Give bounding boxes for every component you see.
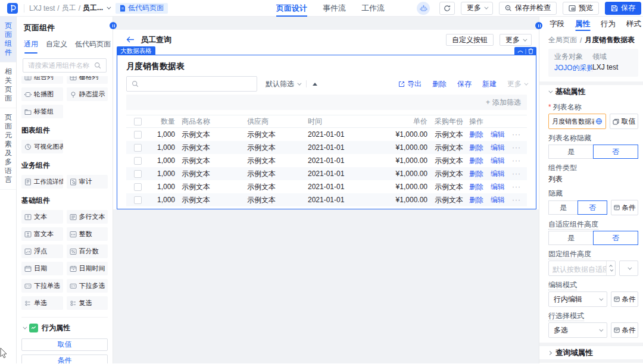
- edit-mode-select[interactable]: 行内编辑: [548, 291, 607, 307]
- section-query-properties[interactable]: 查询域属性: [539, 346, 643, 359]
- delete-component-icon[interactable]: [528, 48, 533, 54]
- tab-behavior[interactable]: 行为: [601, 17, 616, 31]
- component-item[interactable]: 百分数: [67, 244, 108, 258]
- component-item[interactable]: 下拉单选: [21, 279, 63, 293]
- app-logo-icon[interactable]: [7, 3, 18, 14]
- step-up-icon[interactable]: [609, 265, 613, 268]
- save-check-button[interactable]: 保存并检查: [499, 2, 557, 15]
- component-item[interactable]: 日期时间: [67, 262, 108, 275]
- table-more-button[interactable]: 更多: [507, 79, 527, 89]
- component-item[interactable]: 栅格列: [67, 76, 108, 84]
- breadcrumb-root[interactable]: 全局页面: [548, 35, 577, 45]
- get-value-button[interactable]: 取值: [610, 114, 638, 129]
- tab-properties[interactable]: 属性: [575, 17, 590, 31]
- tab-fields[interactable]: 字段: [550, 17, 564, 31]
- component-item[interactable]: 多行文本: [67, 210, 108, 224]
- table-search-input[interactable]: [126, 76, 257, 92]
- breadcrumb-root[interactable]: LXJ test: [29, 4, 55, 12]
- row-more-link[interactable]: ···: [512, 156, 521, 165]
- canvas-more-button[interactable]: 更多: [500, 34, 532, 46]
- rail-item-page-components[interactable]: 页面组件: [0, 17, 16, 62]
- globe-icon[interactable]: [595, 118, 603, 125]
- selected-table-component[interactable]: 大数据表格 | 月度销售数据表 默认筛选: [117, 55, 536, 209]
- rail-item-related-pages[interactable]: 相关页面: [0, 62, 16, 108]
- component-item[interactable]: 复选: [67, 296, 108, 310]
- refresh-button[interactable]: [439, 2, 455, 15]
- business-object-link[interactable]: JOJO的采购...: [554, 63, 592, 73]
- row-delete-link[interactable]: 删除: [469, 130, 483, 140]
- section-data-properties[interactable]: 数据域属性: [539, 363, 643, 363]
- row-checkbox[interactable]: [134, 144, 142, 152]
- component-item[interactable]: 单选: [21, 296, 63, 310]
- option-yes[interactable]: 是: [548, 231, 594, 245]
- row-edit-link[interactable]: 编辑: [491, 182, 505, 192]
- save-row-button[interactable]: 保存: [457, 79, 472, 89]
- component-item[interactable]: 日期: [21, 262, 63, 275]
- default-filter-dropdown[interactable]: 默认筛选: [266, 79, 300, 89]
- tab-style[interactable]: 样式: [626, 17, 641, 31]
- custom-button[interactable]: 自定义按钮: [446, 34, 494, 46]
- row-checkbox[interactable]: [134, 131, 142, 139]
- collapse-right-panel-button[interactable]: [535, 22, 542, 29]
- component-item[interactable]: 可视化图表: [21, 140, 63, 153]
- component-item[interactable]: 工作流详情: [21, 175, 63, 189]
- breadcrumb[interactable]: LXJ test / 员工 / 员工...: [29, 3, 110, 13]
- tab-lowcode-page[interactable]: 低代码页面: [75, 39, 111, 54]
- row-edit-link[interactable]: 编辑: [491, 130, 505, 140]
- tab-custom[interactable]: 自定义: [46, 39, 67, 54]
- row-checkbox[interactable]: [134, 183, 142, 191]
- collapse-filters-button[interactable]: [313, 83, 317, 86]
- chevron-down-icon[interactable]: [107, 5, 111, 10]
- component-search-input[interactable]: 请搜索通用组件名称: [23, 58, 107, 73]
- row-more-link[interactable]: ···: [512, 143, 521, 152]
- row-checkbox[interactable]: [134, 196, 142, 204]
- collapse-left-panel-button[interactable]: [110, 22, 117, 29]
- add-filter-button[interactable]: + 添加筛选: [486, 98, 521, 108]
- breadcrumb-mid[interactable]: 员工: [62, 3, 76, 13]
- row-delete-link[interactable]: 删除: [469, 156, 483, 166]
- select-all-checkbox[interactable]: [134, 118, 142, 125]
- row-edit-link[interactable]: 编辑: [491, 156, 505, 166]
- tab-page-design[interactable]: 页面设计: [276, 0, 307, 17]
- hidden-condition-button[interactable]: 条件: [611, 200, 638, 215]
- height-unit-select[interactable]: [619, 261, 638, 276]
- row-delete-link[interactable]: 删除: [469, 195, 483, 205]
- component-item[interactable]: 文本: [21, 210, 63, 224]
- option-no[interactable]: 否: [593, 231, 638, 245]
- list-name-input[interactable]: 月度销售数据表: [548, 114, 606, 129]
- row-select-mode-select[interactable]: 多选: [548, 322, 607, 338]
- component-item[interactable]: 浮点: [21, 244, 63, 258]
- export-button[interactable]: 导出: [398, 79, 422, 89]
- create-button[interactable]: 新建: [482, 79, 497, 89]
- fixed-height-input[interactable]: 默认按数据自适应列表...: [548, 261, 616, 276]
- row-more-link[interactable]: ···: [512, 196, 521, 204]
- more-button[interactable]: 更多: [461, 2, 493, 15]
- delete-button[interactable]: 删除: [432, 79, 447, 89]
- component-item[interactable]: 组合列: [21, 76, 63, 84]
- rail-item-page-elements[interactable]: 页面元素及多语言: [0, 108, 16, 190]
- option-yes[interactable]: 是: [548, 145, 594, 159]
- tab-event-flow[interactable]: 事件流: [323, 0, 346, 17]
- number-stepper[interactable]: [606, 261, 615, 275]
- row-edit-link[interactable]: 编辑: [491, 143, 505, 153]
- edit-mode-condition-button[interactable]: 条件: [611, 291, 638, 307]
- row-checkbox[interactable]: [134, 157, 142, 165]
- component-item[interactable]: 下拉多选: [67, 279, 108, 293]
- collapse-icon[interactable]: [517, 49, 523, 54]
- breadcrumb-current[interactable]: 员工...: [83, 3, 103, 13]
- preview-button[interactable]: 预览: [563, 2, 599, 15]
- row-edit-link[interactable]: 编辑: [491, 195, 505, 205]
- ai-assistant-button[interactable]: [417, 2, 430, 15]
- section-basic-properties[interactable]: 基础属性: [539, 85, 643, 98]
- back-arrow-icon[interactable]: [126, 36, 135, 43]
- component-item[interactable]: 轮播图: [21, 87, 63, 101]
- component-item[interactable]: 整数: [67, 227, 108, 241]
- component-item[interactable]: 审计: [67, 175, 108, 189]
- row-select-condition-button[interactable]: 条件: [611, 322, 638, 338]
- row-delete-link[interactable]: 删除: [469, 143, 483, 153]
- row-delete-link[interactable]: 删除: [469, 182, 483, 192]
- row-more-link[interactable]: ···: [512, 130, 521, 139]
- row-more-link[interactable]: ···: [512, 170, 521, 178]
- option-yes[interactable]: 是: [548, 200, 578, 215]
- row-more-link[interactable]: ···: [512, 183, 521, 191]
